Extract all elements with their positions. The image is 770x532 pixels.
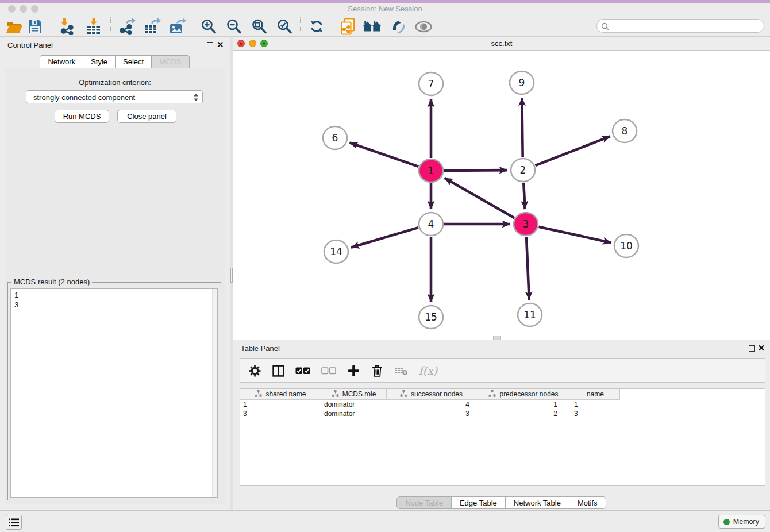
columns-icon[interactable] <box>271 364 285 377</box>
cell-predecessor-nodes[interactable]: 1 <box>476 400 571 409</box>
cell-successor-nodes[interactable]: 4 <box>387 400 476 409</box>
export-image-icon[interactable] <box>168 17 187 36</box>
zoom-in-icon[interactable] <box>199 17 218 36</box>
edge-3-11[interactable] <box>526 237 529 300</box>
search-input[interactable] <box>612 20 759 32</box>
export-table-icon[interactable] <box>143 17 162 36</box>
edge-2-8[interactable] <box>535 136 610 165</box>
table-panel-title: Table Panel <box>241 344 280 353</box>
node-11[interactable]: 11 <box>518 303 542 326</box>
cell-shared-name[interactable]: 1 <box>240 400 321 409</box>
memory-status-icon <box>723 519 730 525</box>
open-folder-icon[interactable] <box>5 17 24 36</box>
cell-name[interactable]: 1 <box>571 400 620 409</box>
result-scrollbar[interactable] <box>212 289 217 497</box>
edge-3-1[interactable] <box>445 178 514 218</box>
horizontal-splitter-grip[interactable] <box>493 336 501 340</box>
node-9[interactable]: 9 <box>510 71 534 94</box>
column-header-mcds-role[interactable]: MCDS role <box>321 389 387 400</box>
network-canvas[interactable]: 7968124314101511 <box>233 51 770 340</box>
zoom-selected-icon[interactable] <box>275 17 294 36</box>
splitter-grip[interactable] <box>230 268 233 283</box>
close-table-panel-icon[interactable]: ✕ <box>757 343 765 353</box>
delete-table-icon[interactable] <box>394 364 409 377</box>
tab-network[interactable]: Network <box>40 55 83 68</box>
node-1[interactable]: 1 <box>419 159 443 182</box>
gear-icon[interactable] <box>248 364 261 377</box>
table-row[interactable]: 1dominator411 <box>240 400 620 409</box>
tree-icon <box>488 390 496 399</box>
deselect-all-checkboxes-icon[interactable] <box>321 364 337 377</box>
table-tab-network-table[interactable]: Network Table <box>505 496 569 509</box>
home-icon[interactable] <box>362 17 382 36</box>
edge-4-14[interactable] <box>351 228 418 248</box>
select-all-checkboxes-icon[interactable] <box>295 364 311 377</box>
clone-network-icon[interactable] <box>338 17 357 36</box>
node-10[interactable]: 10 <box>614 234 638 257</box>
eye-icon[interactable] <box>414 17 433 36</box>
delete-row-icon[interactable] <box>370 364 384 377</box>
apply-function-icon[interactable]: f(x) <box>418 364 438 377</box>
float-panel-icon[interactable] <box>207 42 213 48</box>
mcds-result-title: MCDS result (2 nodes) <box>11 277 92 286</box>
tab-style[interactable]: Style <box>83 55 116 68</box>
cell-predecessor-nodes[interactable]: 2 <box>476 409 571 418</box>
import-table-icon[interactable] <box>84 17 103 36</box>
table-tab-node-table[interactable]: Node Table <box>396 496 452 509</box>
task-history-button[interactable] <box>6 515 22 530</box>
float-table-panel-icon[interactable] <box>749 345 755 352</box>
node-2[interactable]: 2 <box>511 159 535 182</box>
save-session-icon[interactable] <box>25 17 45 36</box>
zoom-fit-icon[interactable] <box>249 17 269 36</box>
close-panel-icon[interactable]: ✕ <box>217 40 224 50</box>
cell-shared-name[interactable]: 3 <box>240 409 321 418</box>
edge-2-3[interactable] <box>523 183 525 209</box>
edge-2-9[interactable] <box>522 98 522 157</box>
node-label: 15 <box>425 311 437 323</box>
edge-3-10[interactable] <box>538 227 611 243</box>
table-row[interactable]: 3dominator323 <box>240 409 620 418</box>
table-tabs: Node TableEdge TableNetwork TableMotifs <box>233 496 770 509</box>
node-label: 1 <box>428 165 434 176</box>
column-header-successor-nodes[interactable]: successor nodes <box>387 389 476 400</box>
tab-mcds[interactable]: MCDS <box>151 55 189 68</box>
cell-name[interactable]: 3 <box>571 409 620 418</box>
memory-button[interactable]: Memory <box>718 515 765 529</box>
refresh-icon[interactable] <box>307 17 326 36</box>
cell-mcds-role[interactable]: dominator <box>321 409 387 418</box>
column-header-predecessor-nodes[interactable]: predecessor nodes <box>476 389 571 400</box>
table-tab-motifs[interactable]: Motifs <box>569 496 606 509</box>
titlebar: Session: New Session <box>0 3 770 16</box>
column-header-name[interactable]: name <box>571 389 620 400</box>
node-table: shared nameMCDS rolesuccessor nodesprede… <box>240 388 765 486</box>
zoom-out-icon[interactable] <box>224 17 244 36</box>
add-row-icon[interactable] <box>346 364 360 377</box>
node-6[interactable]: 6 <box>323 126 347 149</box>
tab-select[interactable]: Select <box>115 55 152 68</box>
edge-1-6[interactable] <box>350 142 419 166</box>
mcds-panel: Optimization criterion: strongly connect… <box>5 68 225 504</box>
hide-details-icon[interactable] <box>388 17 408 36</box>
node-7[interactable]: 7 <box>419 72 443 95</box>
column-header-shared-name[interactable]: shared name <box>240 389 321 400</box>
cell-successor-nodes[interactable]: 3 <box>387 409 476 418</box>
run-mcds-button[interactable]: Run MCDS <box>55 110 109 123</box>
import-network-icon[interactable] <box>57 17 77 36</box>
status-bar: Memory <box>0 510 770 532</box>
node-4[interactable]: 4 <box>419 213 443 236</box>
mcds-result-textarea[interactable]: 1 3 <box>10 288 218 498</box>
node-8[interactable]: 8 <box>613 119 637 142</box>
close-panel-button[interactable]: Close panel <box>117 110 176 123</box>
node-15[interactable]: 15 <box>419 306 443 329</box>
criterion-dropdown[interactable]: strongly connected component <box>26 90 203 103</box>
node-14[interactable]: 14 <box>324 240 348 263</box>
edge-1-2[interactable] <box>444 170 507 171</box>
node-3[interactable]: 3 <box>514 213 538 236</box>
search-field <box>596 19 764 33</box>
table-tab-edge-table[interactable]: Edge Table <box>451 496 506 509</box>
tree-icon <box>400 390 407 399</box>
node-label: 4 <box>428 218 434 230</box>
toolbar-separator <box>49 17 49 34</box>
export-network-icon[interactable] <box>117 17 137 36</box>
cell-mcds-role[interactable]: dominator <box>321 400 387 409</box>
